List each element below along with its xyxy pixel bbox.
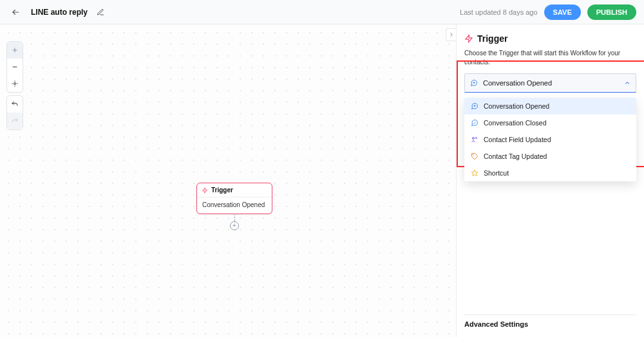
add-step-button[interactable]: + xyxy=(230,221,239,230)
trigger-node-title: Trigger xyxy=(211,187,233,194)
undo-button[interactable] xyxy=(7,96,23,113)
contact-field-icon xyxy=(471,136,478,143)
trigger-select-wrap: Conversation Opened Conversation Opened xyxy=(464,73,636,93)
header-left: LINE auto reply xyxy=(8,5,108,20)
trigger-node-header: Trigger xyxy=(197,183,272,197)
trigger-option-shortcut[interactable]: Shortcut xyxy=(464,165,636,181)
svg-marker-17 xyxy=(471,170,478,176)
trigger-option-contact-field-updated[interactable]: Contact Field Updated xyxy=(464,131,636,148)
trigger-option-label: Conversation Closed xyxy=(484,119,546,127)
lightning-icon xyxy=(202,187,208,194)
header-bar: LINE auto reply Last updated 8 days ago … xyxy=(0,0,644,24)
conversation-opened-icon xyxy=(470,79,478,87)
history-toolbar xyxy=(6,95,23,130)
zoom-out-button[interactable] xyxy=(7,59,23,75)
last-updated-text: Last updated 8 days ago xyxy=(460,8,537,16)
trigger-option-label: Conversation Opened xyxy=(484,102,549,110)
trigger-select-value: Conversation Opened xyxy=(483,79,552,87)
back-button[interactable] xyxy=(8,5,23,20)
trigger-node-body: Conversation Opened xyxy=(197,197,272,214)
trigger-node[interactable]: Trigger Conversation Opened + xyxy=(196,183,272,214)
svg-marker-10 xyxy=(466,35,473,42)
zoom-toolbar xyxy=(6,41,23,93)
trigger-option-conversation-closed[interactable]: Conversation Closed xyxy=(464,114,636,131)
panel-title: Trigger xyxy=(464,33,636,44)
trigger-select[interactable]: Conversation Opened xyxy=(464,73,636,93)
header-right: Last updated 8 days ago SAVE PUBLISH xyxy=(460,5,636,20)
svg-marker-9 xyxy=(202,187,207,192)
conversation-opened-icon xyxy=(471,102,478,110)
trigger-option-contact-tag-updated[interactable]: Contact Tag Updated xyxy=(464,148,636,165)
chevron-up-icon xyxy=(624,80,630,86)
redo-button[interactable] xyxy=(7,113,23,129)
conversation-closed-icon xyxy=(471,119,478,127)
trigger-option-label: Shortcut xyxy=(484,169,509,177)
fit-view-button[interactable] xyxy=(7,75,23,92)
workflow-canvas[interactable]: Trigger Conversation Opened + xyxy=(0,24,456,337)
advanced-settings-section[interactable]: Advanced Settings xyxy=(464,314,636,328)
node-connector: + xyxy=(230,214,239,230)
trigger-option-conversation-opened[interactable]: Conversation Opened xyxy=(464,98,636,114)
trigger-dropdown: Conversation Opened Conversation Closed … xyxy=(464,98,636,181)
trigger-option-label: Contact Field Updated xyxy=(484,136,551,143)
svg-point-4 xyxy=(14,83,16,85)
tag-icon xyxy=(471,152,478,160)
trigger-option-label: Contact Tag Updated xyxy=(484,152,547,160)
publish-button[interactable]: PUBLISH xyxy=(587,5,636,20)
lightning-icon xyxy=(464,34,473,43)
save-button[interactable]: SAVE xyxy=(544,5,581,20)
panel-title-text: Trigger xyxy=(477,33,507,44)
zoom-in-button[interactable] xyxy=(7,42,23,59)
workflow-title: LINE auto reply xyxy=(31,8,88,17)
trigger-panel: Trigger Choose the Trigger that will sta… xyxy=(456,24,644,337)
svg-point-15 xyxy=(473,138,475,140)
shortcut-icon xyxy=(471,169,478,177)
svg-point-16 xyxy=(473,154,473,155)
edit-title-button[interactable] xyxy=(93,5,108,20)
connector-line xyxy=(234,214,235,221)
panel-collapse-button[interactable] xyxy=(446,28,456,41)
panel-description: Choose the Trigger that will start this … xyxy=(464,49,636,67)
main-area: Trigger Conversation Opened + Trigger Ch… xyxy=(0,24,644,337)
